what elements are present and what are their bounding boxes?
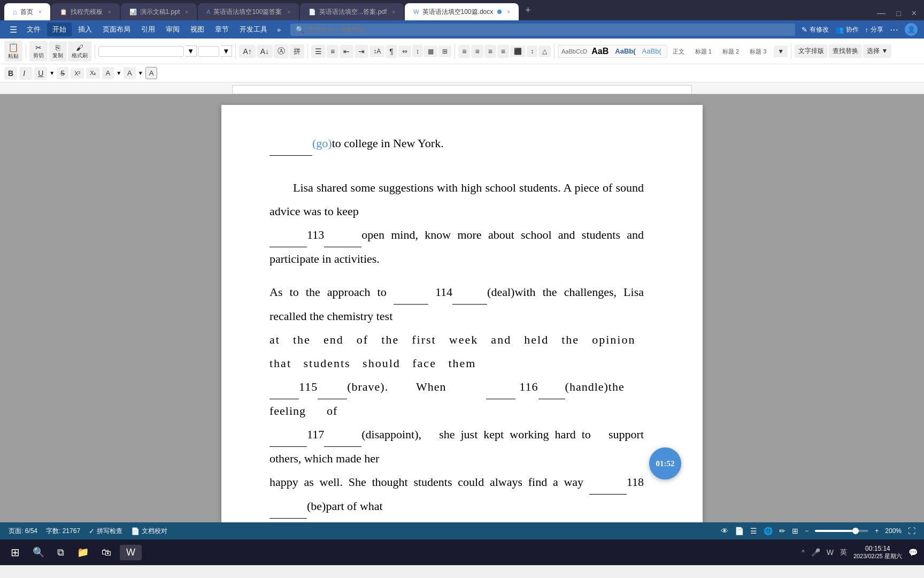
font-name-dropdown[interactable]: ▼ xyxy=(185,45,197,57)
window-controls-min[interactable]: — xyxy=(874,9,889,18)
window-controls-close[interactable]: × xyxy=(908,9,920,18)
ribbon-tab-file[interactable]: 文件 xyxy=(22,22,45,36)
start-button[interactable]: ⊞ xyxy=(6,544,24,561)
font-color-dropdown[interactable]: ▼ xyxy=(116,70,121,76)
tab-docx-close[interactable]: × xyxy=(507,9,510,15)
text-layout-btn[interactable]: 文字排版 xyxy=(795,44,828,58)
align-left-btn[interactable]: ≡ xyxy=(458,45,470,58)
search-taskbar-btn[interactable]: 🔍 xyxy=(28,544,49,560)
zoom-out-btn[interactable]: − xyxy=(805,527,808,535)
tab-template[interactable]: 📋 找程壳模板 × xyxy=(51,3,120,20)
tab-answer100-close[interactable]: × xyxy=(287,9,290,15)
tab-answer100[interactable]: A 英语语法填空100篇答案 × xyxy=(198,3,299,20)
ribbon-tab-chapter[interactable]: 章节 xyxy=(211,22,233,36)
view-mode-list[interactable]: ☰ xyxy=(750,527,757,535)
tab-ppt[interactable]: 📊 演示文稿1.ppt × xyxy=(121,3,197,20)
view-mode-pen[interactable]: ✏ xyxy=(779,527,786,535)
view-mode-edit[interactable]: 📄 xyxy=(735,527,744,535)
strikethrough-btn[interactable]: S̶ xyxy=(57,67,68,79)
select-btn[interactable]: 选择 ▼ xyxy=(863,44,891,58)
para-mark-btn[interactable]: ¶ xyxy=(386,45,397,58)
view-mode-focus[interactable]: ⊞ xyxy=(792,527,798,535)
view-mode-web[interactable]: 🌐 xyxy=(764,527,773,535)
file-explorer-btn[interactable]: 📁 xyxy=(73,544,93,560)
phonetic-btn[interactable]: 拼 xyxy=(290,44,304,58)
ribbon-tab-more[interactable]: » xyxy=(274,24,284,36)
subscript-btn[interactable]: X₂ xyxy=(86,67,99,79)
new-tab-button[interactable]: + xyxy=(520,3,536,18)
document-page[interactable]: (go)to college in New York. Lisa shared … xyxy=(221,105,703,522)
bold-btn[interactable]: B xyxy=(4,67,17,80)
task-view-btn[interactable]: ⧉ xyxy=(53,545,68,560)
ribbon-tab-review[interactable]: 审阅 xyxy=(161,22,184,36)
decrease-font-btn[interactable]: A↓ xyxy=(257,45,273,58)
tab-answerpdf-close[interactable]: × xyxy=(392,9,395,15)
window-controls-max[interactable]: □ xyxy=(893,9,904,18)
collab-btn[interactable]: 👥 协作 xyxy=(835,25,859,34)
zoom-slider[interactable] xyxy=(815,530,868,532)
columns-btn[interactable]: ⬛ xyxy=(510,45,526,57)
input-method-icon[interactable]: 英 xyxy=(840,547,847,557)
font-size-input[interactable]: 10 xyxy=(198,46,219,57)
highlight-dropdown[interactable]: ▼ xyxy=(138,70,143,76)
shading-btn[interactable]: ▦ xyxy=(424,45,437,57)
ribbon-tab-view[interactable]: 视图 xyxy=(186,22,209,36)
find-replace-btn[interactable]: 查找替换 xyxy=(829,44,862,58)
tab-ppt-close[interactable]: × xyxy=(185,9,188,15)
timer-badge[interactable]: 01:52 xyxy=(649,447,681,480)
fullscreen-btn[interactable]: ⛶ xyxy=(908,527,915,535)
ribbon-tab-layout[interactable]: 页面布局 xyxy=(98,22,135,36)
drawing-btn[interactable]: △ xyxy=(538,45,551,57)
format-painter-btn[interactable]: 🖌 格式刷 xyxy=(68,41,91,62)
track-changes-btn[interactable]: ✎ 有修改 xyxy=(802,25,829,34)
menu-icon[interactable]: ☰ xyxy=(6,22,20,37)
superscript-btn[interactable]: X² xyxy=(71,68,84,79)
view-mode-read[interactable]: 👁 xyxy=(721,527,728,535)
sort-btn[interactable]: ↕A xyxy=(369,45,384,57)
search-input[interactable] xyxy=(307,26,393,33)
tab-home[interactable]: ⌂ 首页 × xyxy=(4,3,50,20)
more-actions-btn[interactable]: ⋯ xyxy=(890,25,898,35)
font-size-dropdown[interactable]: ▼ xyxy=(220,45,232,57)
notifications-btn[interactable]: 💬 xyxy=(908,548,918,557)
border-btn[interactable]: ⊞ xyxy=(438,45,451,57)
tab-answerpdf[interactable]: 📄 英语语法填空...答案.pdf × xyxy=(300,3,404,20)
ribbon-tab-start[interactable]: 开始 xyxy=(47,22,72,36)
cut-btn[interactable]: ✂ 剪切 xyxy=(29,41,48,62)
line-spacing-btn[interactable]: ↕ xyxy=(412,45,424,57)
underline-btn[interactable]: U xyxy=(34,67,47,80)
font-color-btn[interactable]: A xyxy=(102,67,114,79)
tab-home-close[interactable]: × xyxy=(38,9,42,15)
systray-up-arrow[interactable]: ^ xyxy=(802,549,805,556)
italic-btn[interactable]: I xyxy=(19,67,32,80)
zoom-in-btn[interactable]: + xyxy=(875,527,879,535)
font-name-input[interactable]: Times New Roma xyxy=(98,46,184,57)
copy-btn[interactable]: ⎘ 复制 xyxy=(49,41,67,62)
increase-font-btn[interactable]: A↑ xyxy=(239,45,255,58)
wps-taskbar-btn[interactable]: W xyxy=(120,545,142,560)
spell-check[interactable]: ✓ 拼写检查 xyxy=(89,527,122,536)
doc-check[interactable]: 📄 文档校对 xyxy=(131,527,167,536)
tab-docx[interactable]: W 英语语法填空100篇.docx × xyxy=(405,3,519,20)
tab-template-close[interactable]: × xyxy=(108,9,111,15)
outdent-btn[interactable]: ⇤ xyxy=(340,45,353,58)
numbering-btn[interactable]: ≡ xyxy=(327,45,338,58)
text-direction-btn[interactable]: ↕ xyxy=(527,45,537,57)
paste-btn[interactable]: 📋 粘贴 xyxy=(4,41,22,62)
bullets-btn[interactable]: ☰ xyxy=(311,45,326,58)
share-btn[interactable]: ↑ 分享 xyxy=(865,25,884,34)
align-right-btn[interactable]: ≡ xyxy=(484,45,496,58)
ribbon-tab-insert[interactable]: 插入 xyxy=(74,22,96,36)
highlight-btn[interactable]: A xyxy=(124,67,136,79)
text-border-btn[interactable]: A xyxy=(145,67,158,79)
align-center-btn[interactable]: ≡ xyxy=(471,45,483,58)
ribbon-tab-ref[interactable]: 引用 xyxy=(137,22,159,36)
justify-btn[interactable]: ≡ xyxy=(497,45,509,58)
styles-more-btn[interactable]: ▼ xyxy=(774,45,788,57)
underline-dropdown[interactable]: ▼ xyxy=(49,70,55,76)
store-btn[interactable]: 🛍 xyxy=(97,545,116,560)
clear-format-btn[interactable]: Ⓐ xyxy=(274,44,289,58)
indent-btn[interactable]: ⇥ xyxy=(355,45,368,58)
ribbon-tab-dev[interactable]: 开发工具 xyxy=(235,22,272,36)
more-spacing-btn[interactable]: ⇔ xyxy=(398,45,411,57)
